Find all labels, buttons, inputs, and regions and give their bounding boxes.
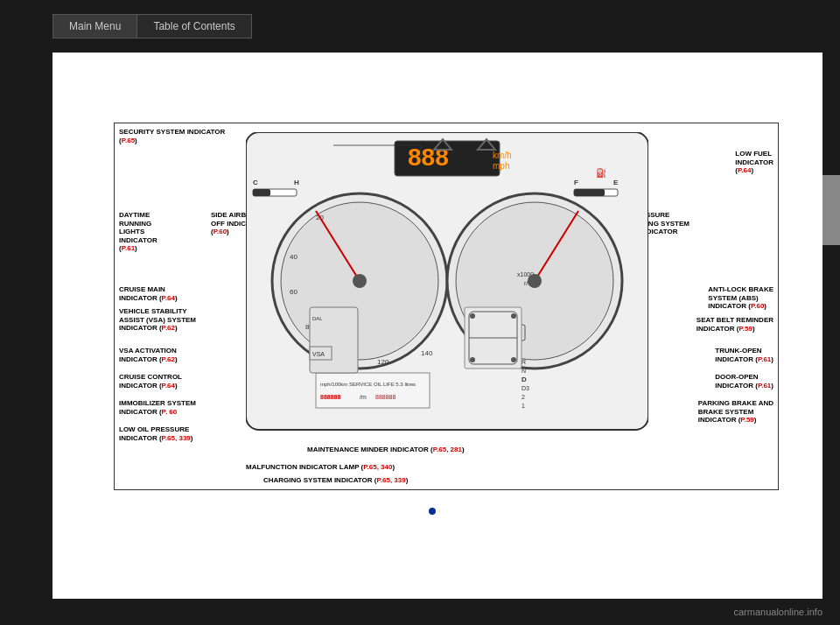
vsa-activation-label: VSA ACTIVATIONINDICATOR (P.62): [119, 347, 178, 363]
security-system-label: SECURITY SYSTEM INDICATOR (P.65): [119, 128, 225, 144]
svg-text:/m: /m: [360, 394, 367, 400]
diagram-container: SECURITY SYSTEM INDICATOR (P.65) DAYTIME…: [114, 123, 779, 490]
anti-lock-label: ANTI-LOCK BRAKESYSTEM (ABS)INDICATOR (P.…: [708, 285, 774, 311]
low-oil-pressure-label: LOW OIL PRESSUREINDICATOR (P.65, 339): [119, 425, 192, 442]
svg-rect-30: [253, 189, 270, 196]
svg-point-11: [353, 274, 367, 288]
svg-text:C: C: [253, 179, 258, 186]
svg-rect-33: [316, 373, 430, 408]
svg-point-59: [511, 357, 516, 362]
svg-text:888: 888: [408, 144, 449, 171]
cruise-main-label: CRUISE MAININDICATOR (P.64): [119, 285, 178, 302]
svg-point-56: [470, 313, 475, 319]
svg-text:1: 1: [522, 403, 525, 409]
svg-text:140: 140: [421, 349, 433, 357]
cruise-control-label: CRUISE CONTROLINDICATOR (P.64): [119, 373, 182, 390]
vehicle-stability-label: VEHICLE STABILITYASSIST (VSA) SYSTEMINDI…: [119, 307, 196, 333]
dashboard-cluster-svg: 20 40 60 80 100 120 140 x1000 r/min: [246, 132, 648, 452]
svg-text:H: H: [294, 179, 299, 186]
svg-text:mph: mph: [493, 161, 509, 171]
toc-button[interactable]: Table of Contents: [136, 14, 251, 39]
low-fuel-label: LOW FUELINDICATOR(P.64): [735, 150, 774, 175]
main-menu-button[interactable]: Main Menu: [52, 14, 136, 39]
bottom-bar: carmanualonline.info: [0, 599, 840, 625]
seat-belt-label: SEAT BELT REMINDERINDICATOR (P.59): [696, 316, 774, 333]
svg-point-17: [528, 274, 542, 288]
svg-text:60: 60: [290, 288, 298, 296]
svg-point-57: [511, 313, 516, 319]
svg-text:2: 2: [522, 394, 525, 400]
svg-text:VSA: VSA: [312, 351, 325, 357]
svg-text:⛽: ⛽: [596, 167, 607, 179]
svg-text:D3: D3: [522, 385, 529, 391]
charging-system-label: CHARGING SYSTEM INDICATOR (P.65, 339): [263, 476, 408, 485]
dashboard-diagram: SECURITY SYSTEM INDICATOR (P.65) DAYTIME…: [115, 123, 778, 489]
top-navigation: Main Menu Table of Contents: [0, 0, 840, 53]
svg-text:F: F: [574, 179, 578, 186]
svg-text:D: D: [522, 376, 527, 383]
watermark: carmanualonline.info: [733, 607, 822, 617]
trunk-open-label: TRUNK-OPENINDICATOR (P.61): [715, 347, 774, 363]
immobilizer-label: IMMOBILIZER SYSTEMINDICATOR (P. 60: [119, 399, 196, 416]
svg-text:mph/100km SERVICE OIL LIFE 5.3: mph/100km SERVICE OIL LIFE 5.3 litres: [320, 382, 416, 387]
svg-text:DAL: DAL: [312, 316, 323, 321]
page-content: SECURITY SYSTEM INDICATOR (P.65) DAYTIME…: [52, 53, 822, 599]
svg-text:E: E: [613, 179, 619, 186]
door-open-label: DOOR-OPENINDICATOR (P.61): [715, 373, 774, 390]
svg-text:40: 40: [290, 253, 298, 261]
svg-point-58: [470, 357, 475, 362]
svg-text:888888: 888888: [375, 394, 396, 400]
svg-rect-25: [574, 189, 605, 196]
svg-text:km/h: km/h: [493, 151, 512, 160]
svg-text:R: R: [522, 359, 526, 365]
daytime-running-label: DAYTIMERUNNINGLIGHTSINDICATOR(P.61): [119, 211, 158, 253]
sidebar-tab: [822, 175, 840, 245]
parking-brake-label: PARKING BRAKE ANDBRAKE SYSTEMINDICATOR (…: [698, 399, 774, 425]
svg-text:N: N: [522, 368, 526, 374]
malfunction-label: MALFUNCTION INDICATOR LAMP (P.65, 340): [246, 463, 395, 472]
svg-text:120: 120: [377, 358, 389, 366]
nav-dot: [429, 508, 436, 515]
svg-text:888888: 888888: [320, 394, 340, 400]
